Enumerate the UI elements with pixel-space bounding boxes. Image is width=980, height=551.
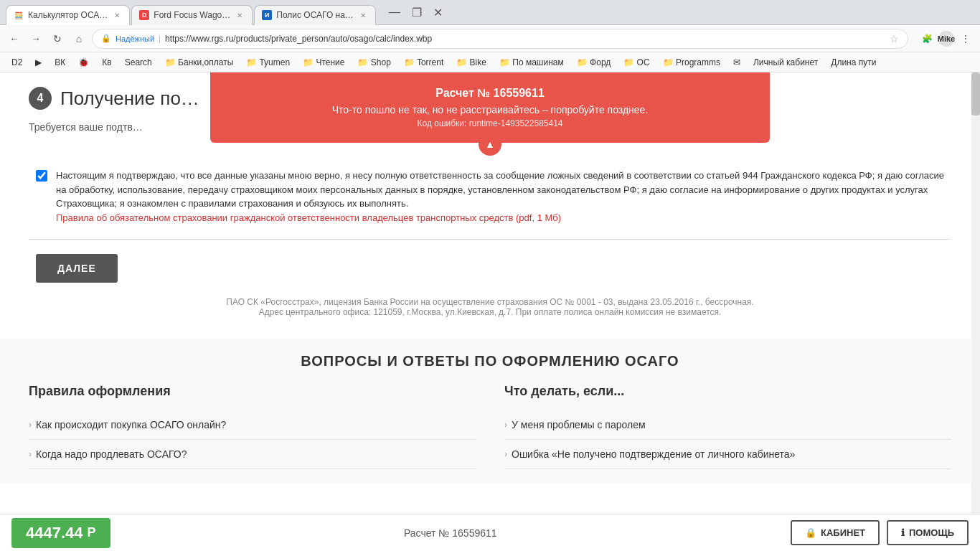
faq-column-rules-title: Правила оформления <box>29 384 476 399</box>
url-separator: | <box>159 34 161 43</box>
error-calc-number: Расчет № 16559611 <box>232 87 748 100</box>
bookmark-route[interactable]: Длина пути <box>825 56 882 69</box>
step-number: 4 <box>29 87 52 110</box>
user-avatar[interactable]: Mike <box>938 31 954 47</box>
faq-item-2-label: › Когда надо продлевать ОСАГО? <box>29 448 476 460</box>
window-controls: — ❐ ✕ <box>385 4 447 21</box>
cabinet-button[interactable]: 🔒 КАБИНЕТ <box>791 520 880 545</box>
faq-item-3[interactable]: › У меня проблемы с паролем <box>504 410 951 440</box>
bookmark-torrent[interactable]: 📁 Torrent <box>398 56 449 69</box>
error-notification: Расчет № 16559611 Что-то пошло не так, н… <box>210 72 770 143</box>
error-collapse-button[interactable]: ▲ <box>479 133 501 156</box>
page-content: Расчет № 16559611 Что-то пошло не так, н… <box>0 72 980 551</box>
bookmark-vk[interactable]: ВК <box>49 56 71 69</box>
bottom-calc-ref: Расчет № 16559611 <box>122 527 779 539</box>
error-message: Что-то пошло не так, но не расстраивайте… <box>232 104 748 116</box>
tab-bar: 🧮 Калькулятор ОСА… ✕ D Ford Focus Wago… … <box>6 0 376 25</box>
bookmark-kv[interactable]: Кв <box>96 56 117 69</box>
bookmark-cars[interactable]: 📁 По машинам <box>494 56 570 69</box>
reload-button[interactable]: ↻ <box>49 30 66 47</box>
tab-label-2: Ford Focus Wago… <box>154 10 230 20</box>
faq-columns: Правила оформления › Как происходит поку… <box>29 384 951 469</box>
bookmark-bike[interactable]: 📁 Bike <box>451 56 492 69</box>
faq-item-4[interactable]: › Ошибка «Не получено подтверждение от л… <box>504 440 951 469</box>
bookmark-shop[interactable]: 📁 Shop <box>352 56 396 69</box>
back-button[interactable]: ← <box>6 30 23 47</box>
faq-column-rules: Правила оформления › Как происходит поку… <box>29 384 476 469</box>
bottom-actions: 🔒 КАБИНЕТ ℹ ПОМОЩЬ <box>791 520 969 545</box>
bookmark-mail[interactable]: ✉ <box>727 56 746 69</box>
next-button[interactable]: ДАЛЕЕ <box>36 254 118 283</box>
bookmark-tyumen[interactable]: 📁 Tyumen <box>240 56 296 69</box>
checkbox-area: Настоящим я подтверждаю, что все данные … <box>29 169 951 225</box>
error-code-value: runtime-1493522585414 <box>469 118 563 128</box>
error-code: Код ошибки: runtime-1493522585414 <box>232 118 748 128</box>
rules-link[interactable]: Правила об обязательном страховании граж… <box>56 212 561 223</box>
bookmark-d2[interactable]: D2 <box>6 56 28 69</box>
tab-osago[interactable]: 🧮 Калькулятор ОСА… ✕ <box>6 5 130 25</box>
bottom-bar: 4447.44 Р Расчет № 16559611 🔒 КАБИНЕТ ℹ … <box>0 514 980 551</box>
faq-item-1[interactable]: › Как происходит покупка ОСАГО онлайн? <box>29 410 476 440</box>
faq-column-problems: Что делать, если... › У меня проблемы с … <box>504 384 951 469</box>
bookmark-icon3[interactable]: 🐞 <box>72 56 95 69</box>
tab-favicon-2: D <box>139 10 149 20</box>
bookmark-os[interactable]: 📁 ОС <box>618 56 655 69</box>
extensions-button[interactable]: 🧩 <box>918 30 936 47</box>
forward-button[interactable]: → <box>27 30 44 47</box>
secure-label: Надёжный <box>116 34 154 43</box>
price-amount: 4447.44 <box>26 524 83 542</box>
faq-chevron-3: › <box>504 420 507 430</box>
tab-favicon-1: 🧮 <box>14 10 24 20</box>
faq-chevron-1: › <box>29 420 32 430</box>
url-text[interactable]: https://www.rgs.ru/products/private_pers… <box>165 34 885 44</box>
faq-title: ВОПРОСЫ И ОТВЕТЫ ПО ОФОРМЛЕНИЮ ОСАГО <box>29 353 951 369</box>
faq-item-3-label: › У меня проблемы с паролем <box>504 419 951 430</box>
price-currency: Р <box>88 525 96 540</box>
faq-item-1-label: › Как происходит покупка ОСАГО онлайн? <box>29 419 476 430</box>
chevron-up-icon: ▲ <box>485 138 495 150</box>
help-button[interactable]: ℹ ПОМОЩЬ <box>887 520 969 545</box>
bookmark-search[interactable]: Search <box>119 56 158 69</box>
bookmark-banks[interactable]: 📁 Банки,оплаты <box>159 56 240 69</box>
browser-controls: ← → ↻ ⌂ 🔒 Надёжный | https://www.rgs.ru/… <box>0 25 980 52</box>
tab-ford[interactable]: D Ford Focus Wago… ✕ <box>131 5 253 25</box>
faq-item-2[interactable]: › Когда надо продлевать ОСАГО? <box>29 440 476 469</box>
lock-icon-cabinet: 🔒 <box>805 527 816 538</box>
faq-chevron-2: › <box>29 449 32 459</box>
browser-titlebar: 🧮 Калькулятор ОСА… ✕ D Ford Focus Wago… … <box>0 0 980 25</box>
faq-item-4-label: › Ошибка «Не получено подтверждение от л… <box>504 448 951 460</box>
tab-polis[interactable]: И Полис ОСАГО на… ✕ <box>254 5 376 25</box>
consent-text-content: Настоящим я подтверждаю, что все данные … <box>56 170 944 209</box>
tab-label-1: Калькулятор ОСА… <box>28 10 108 20</box>
bookmarks-bar: D2 ▶ ВК 🐞 Кв Search 📁 Банки,оплаты 📁 Tyu… <box>0 52 980 72</box>
consent-checkbox[interactable] <box>36 170 47 182</box>
tab-close-2[interactable]: ✕ <box>235 10 245 20</box>
lock-icon: 🔒 <box>101 34 111 43</box>
home-button[interactable]: ⌂ <box>70 30 88 47</box>
bookmark-programs[interactable]: 📁 Programms <box>657 56 726 69</box>
bookmark-cabinet[interactable]: Личный кабинет <box>748 56 824 69</box>
minimize-button[interactable]: — <box>385 4 405 21</box>
info-icon-help: ℹ <box>901 527 905 538</box>
section-divider <box>29 239 951 240</box>
tab-close-1[interactable]: ✕ <box>112 10 122 20</box>
tab-favicon-3: И <box>262 10 272 20</box>
browser-actions: 🧩 Mike ⋮ <box>918 30 974 47</box>
bookmark-ford[interactable]: 📁 Форд <box>571 56 617 69</box>
tab-close-3[interactable]: ✕ <box>358 10 368 20</box>
faq-section: ВОПРОСЫ И ОТВЕТЫ ПО ОФОРМЛЕНИЮ ОСАГО Пра… <box>0 339 980 484</box>
close-button[interactable]: ✕ <box>429 4 447 21</box>
error-code-label: Код ошибки: <box>417 118 466 128</box>
bookmark-youtube[interactable]: ▶ <box>29 56 47 69</box>
address-bar[interactable]: 🔒 Надёжный | https://www.rgs.ru/products… <box>92 29 908 49</box>
faq-chevron-4: › <box>504 449 507 459</box>
menu-button[interactable]: ⋮ <box>957 30 974 47</box>
star-icon[interactable]: ☆ <box>890 33 899 44</box>
step-title: Получение по… <box>60 88 199 110</box>
company-info: ПАО СК «Росгосстрах», лицензия Банка Рос… <box>29 297 951 317</box>
company-info-line1: ПАО СК «Росгосстрах», лицензия Банка Рос… <box>57 297 923 307</box>
faq-column-problems-title: Что делать, если... <box>504 384 951 399</box>
maximize-button[interactable]: ❐ <box>407 4 426 21</box>
price-badge: 4447.44 Р <box>11 518 110 548</box>
bookmark-read[interactable]: 📁 Чтение <box>297 56 350 69</box>
